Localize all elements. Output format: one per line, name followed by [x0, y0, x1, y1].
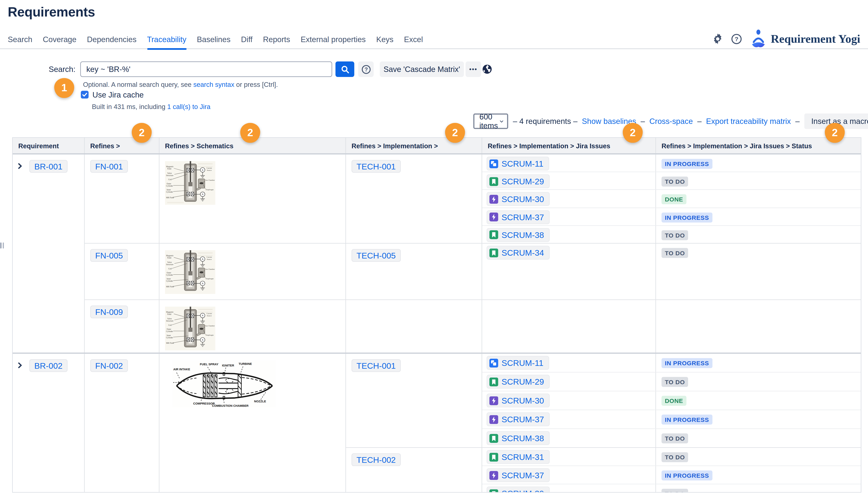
svg-text:Coil: Coil [168, 268, 172, 270]
jira-issue-key: SCRUM-11 [502, 358, 543, 368]
jira-issue-link[interactable]: SCRUM-37 [487, 468, 549, 482]
items-count-select[interactable]: 600 items [473, 113, 508, 129]
requirement-link[interactable]: TECH-005 [352, 249, 401, 262]
status-lozenge: TO DO [661, 377, 688, 387]
search-syntax-link[interactable]: search syntax [193, 81, 234, 89]
help-icon[interactable]: ? [732, 34, 742, 44]
svg-text:Gas Chamber: Gas Chamber [205, 268, 215, 270]
story-icon [489, 434, 498, 443]
requirement-link[interactable]: FN-009 [90, 306, 128, 318]
save-cascade-matrix-button[interactable]: Save 'Cascade Matrix' [380, 61, 464, 77]
expand-chevron-icon[interactable] [16, 361, 24, 370]
jira-issue-link[interactable]: SCRUM-37 [487, 413, 549, 426]
status-lozenge: IN PROGRESS [661, 159, 712, 169]
jira-issue-key: SCRUM-30 [502, 396, 544, 405]
requirement-yogi-logo[interactable]: Requirement Yogi [750, 29, 860, 49]
jira-issue-key: SCRUM-37 [502, 415, 544, 424]
jira-issue-key: SCRUM-29 [502, 377, 544, 386]
jira-issue-key: SCRUM-34 [502, 248, 544, 258]
tab-keys[interactable]: Keys [376, 30, 394, 49]
jira-issue-link[interactable]: SCRUM-31 [487, 450, 549, 464]
jira-issue-link[interactable]: SCRUM-34 [487, 246, 549, 260]
requirement-link[interactable]: TECH-002 [352, 453, 401, 466]
expand-chevron-icon[interactable] [16, 162, 24, 170]
svg-text:COMPRESSOR: COMPRESSOR [193, 402, 215, 405]
jira-issue-link[interactable]: SCRUM-38 [487, 228, 549, 242]
jira-issue-cell: SCRUM-30 [482, 391, 656, 410]
svg-text:A: A [202, 193, 204, 195]
tab-search[interactable]: Search [8, 30, 32, 49]
jira-issue-key: SCRUM-39 [502, 489, 544, 492]
tab-excel[interactable]: Excel [404, 30, 423, 49]
globe-icon[interactable] [482, 64, 492, 74]
annotation-marker-2: 2 [240, 123, 260, 143]
search-help-button[interactable]: ? [358, 61, 374, 77]
search-input[interactable]: key ~ 'BR-%' [80, 61, 332, 77]
table-row-group-br001: BR-001 FN-001 [13, 154, 861, 354]
pane-resize-handle[interactable] [0, 242, 4, 248]
svg-text:Gas Chamber: Gas Chamber [205, 179, 215, 181]
chevron-down-icon [500, 119, 504, 123]
implementation-cell: TECH-001 [346, 154, 482, 243]
status-cell: DONE [656, 391, 861, 410]
jira-issue-key: SCRUM-29 [502, 177, 544, 186]
jira-row: SCRUM-34 TO DO [482, 244, 861, 299]
jira-issue-link[interactable]: SCRUM-37 [487, 210, 549, 224]
impl-block-tech005: TECH-005 SCRUM-34 [346, 244, 861, 299]
jira-issue-link[interactable]: SCRUM-30 [487, 394, 549, 407]
svg-text:?: ? [735, 36, 738, 42]
refine-block-fn009: FN-009 [84, 300, 861, 353]
jira-issue-link[interactable]: SCRUM-11 [487, 356, 549, 370]
requirement-link[interactable]: FN-005 [90, 249, 128, 262]
status-lozenge: TO DO [661, 452, 688, 462]
svg-text:Valve: Valve [167, 261, 172, 263]
status-cell: TO DO [656, 448, 861, 466]
requirement-link[interactable]: TECH-001 [352, 160, 401, 173]
tab-baselines[interactable]: Baselines [197, 30, 230, 49]
requirement-link[interactable]: FN-001 [90, 160, 128, 173]
jira-issue-key: SCRUM-11 [502, 159, 543, 168]
requirement-link[interactable]: TECH-001 [352, 359, 401, 372]
svg-text:TURBINE: TURBINE [239, 362, 252, 365]
requirement-link[interactable]: FN-002 [90, 359, 128, 372]
jira-issue-key: SCRUM-30 [502, 195, 544, 204]
svg-text:Outer: Outer [167, 328, 171, 330]
jira-issue-link[interactable]: SCRUM-39 [487, 487, 549, 492]
check-icon [82, 92, 88, 97]
jira-issue-link[interactable]: SCRUM-29 [487, 375, 549, 388]
tab-traceability[interactable]: Traceability [147, 30, 186, 49]
build-status-text: Built in 431 ms, including [92, 103, 167, 111]
gear-icon[interactable] [713, 34, 723, 44]
cross-space-link[interactable]: Cross-space [649, 117, 693, 126]
jira-issue-link[interactable]: SCRUM-38 [487, 431, 549, 445]
search-query: key ~ 'BR-%' [87, 65, 131, 74]
svg-text:Magnetic: Magnetic [166, 254, 174, 257]
requirement-link[interactable]: BR-001 [30, 160, 68, 173]
jira-issue-link[interactable]: SCRUM-30 [487, 192, 549, 206]
export-traceability-link[interactable]: Export traceability matrix [706, 117, 791, 126]
jira-issue-link[interactable]: SCRUM-29 [487, 174, 549, 188]
tab-diff[interactable]: Diff [241, 30, 252, 49]
jira-calls-link[interactable]: 1 call(s) to Jira [167, 103, 210, 111]
jira-row: SCRUM-29 TO DO [482, 172, 861, 190]
tab-reports[interactable]: Reports [263, 30, 290, 49]
jira-issue-link[interactable]: SCRUM-11 [487, 157, 549, 171]
svg-text:Outer: Outer [167, 183, 171, 185]
search-button[interactable] [336, 61, 354, 77]
more-options-button[interactable]: ••• [466, 61, 481, 77]
implementation-cell-empty [346, 300, 482, 353]
svg-text:Inner: Inner [167, 189, 171, 191]
tab-dependencies[interactable]: Dependencies [87, 30, 137, 49]
jira-cache-checkbox[interactable] [81, 91, 89, 98]
refine-block-fn002: FN-002 [84, 354, 861, 492]
schematic-cell: A A Magnetic Field Valve [159, 154, 346, 243]
svg-text:Coil: Coil [168, 324, 172, 326]
tab-coverage[interactable]: Coverage [43, 30, 77, 49]
jira-cache-label: Use Jira cache [93, 90, 144, 99]
refines-cell: FN-001 [84, 154, 159, 243]
requirement-link[interactable]: BR-002 [30, 359, 68, 372]
svg-text:Diaphragm: Diaphragm [206, 278, 214, 280]
svg-text:Cylinder: Cylinder [166, 330, 173, 332]
jira-row: SCRUM-31 TO DO [482, 448, 861, 466]
tab-external-properties[interactable]: External properties [301, 30, 366, 49]
